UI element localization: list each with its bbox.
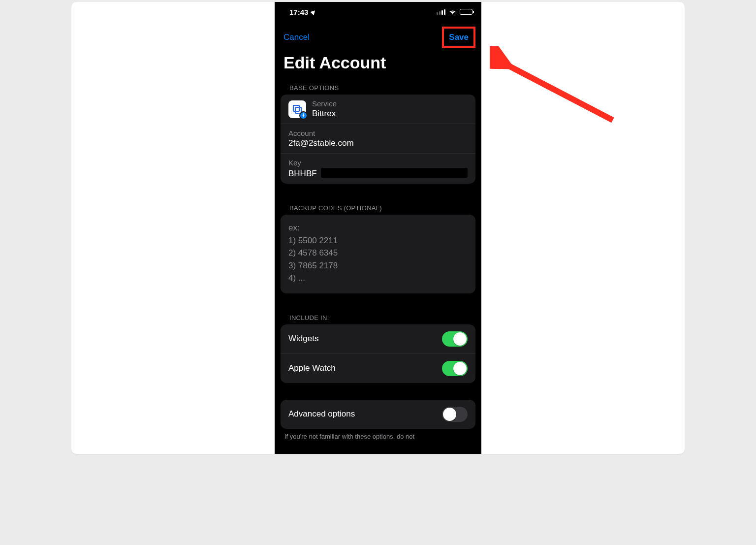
nav-bar: Cancel Save [275,20,481,53]
include-in-header: INCLUDE IN: [275,310,481,324]
status-bar: 17:43 [275,2,481,20]
widgets-toggle[interactable] [442,331,468,347]
key-redacted-area [321,168,468,178]
apple-watch-label: Apple Watch [288,363,336,373]
wifi-icon [448,7,457,17]
key-label: Key [288,159,468,167]
svg-line-3 [500,61,613,120]
screenshot-card: 17:43 Cancel [71,2,685,454]
plus-badge-icon: + [299,111,308,120]
cancel-button[interactable]: Cancel [284,32,310,42]
phone-frame: 17:43 Cancel [275,2,481,454]
key-row[interactable]: Key BHHBF [281,154,475,184]
battery-icon [460,9,472,15]
base-options-group: + Service Bittrex Account 2fa@2stable.co… [281,95,475,184]
apple-watch-row: Apple Watch [281,354,475,383]
account-row[interactable]: Account 2fa@2stable.com [281,124,475,154]
widgets-row: Widgets [281,324,475,354]
backup-codes-textarea[interactable]: ex: 1) 5500 2211 2) 4578 6345 3) 7865 21… [281,215,475,293]
service-label: Service [312,99,337,108]
save-button[interactable]: Save [449,32,469,42]
base-options-header: BASE OPTIONS [275,80,481,95]
svg-rect-0 [293,105,299,111]
service-row[interactable]: + Service Bittrex [281,95,475,124]
include-in-group: Widgets Apple Watch [281,324,475,383]
advanced-label: Advanced options [288,409,355,419]
apple-watch-toggle[interactable] [442,361,468,376]
advanced-toggle[interactable] [442,407,468,422]
save-highlight-box: Save [442,27,475,48]
advanced-group: Advanced options [281,400,475,429]
advanced-footer-text: If you're not familiar with these option… [275,429,481,440]
status-time: 17:43 [289,8,308,16]
location-icon [311,8,317,15]
account-value: 2fa@2stable.com [288,138,468,148]
service-icon: + [288,100,306,118]
key-value: BHHBF [288,169,317,179]
page-title: Edit Account [275,53,481,80]
service-value: Bittrex [312,109,337,119]
cellular-icon [437,9,445,15]
backup-codes-header: BACKUP CODES (OPTIONAL) [275,200,481,215]
advanced-row: Advanced options [281,400,475,429]
widgets-label: Widgets [288,334,318,344]
account-label: Account [288,129,468,137]
annotation-arrow [490,46,618,137]
